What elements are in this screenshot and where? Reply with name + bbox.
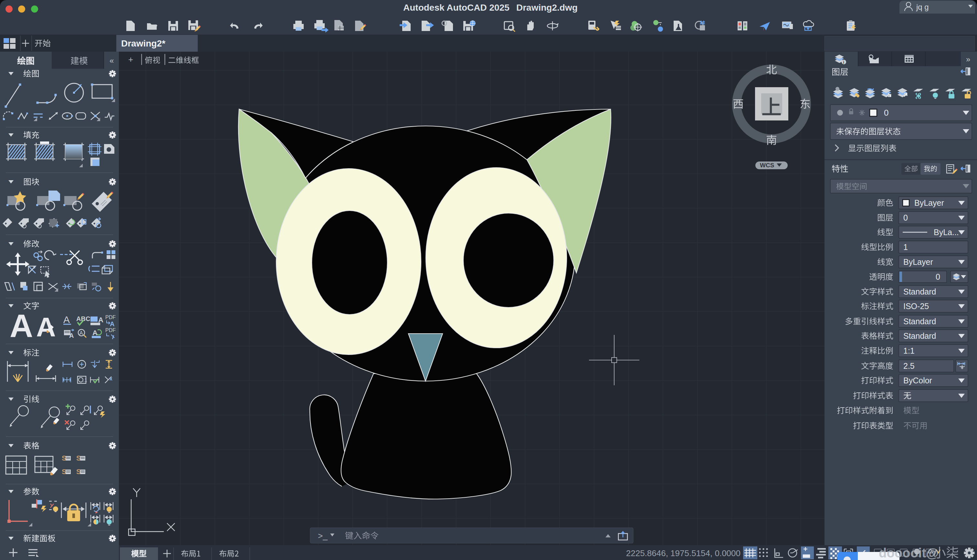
svg-text:.1: .1 <box>83 377 87 383</box>
svg-text:WCS: WCS <box>760 162 774 168</box>
svg-text:ByColor: ByColor <box>903 376 932 385</box>
svg-text:0: 0 <box>935 272 940 281</box>
svg-text:PDF: PDF <box>105 315 116 320</box>
svg-text:PDF: PDF <box>105 327 116 333</box>
svg-text:>_: >_ <box>318 531 328 541</box>
svg-text:A: A <box>10 308 33 344</box>
svg-text:1: 1 <box>903 243 908 252</box>
svg-text:Standard: Standard <box>903 332 936 340</box>
svg-text:x: x <box>110 376 112 382</box>
svg-text:Standard: Standard <box>903 317 936 326</box>
svg-text:A: A <box>69 332 74 339</box>
svg-text:»: » <box>966 55 970 63</box>
svg-text:dooooit@: dooooit@ <box>879 546 939 560</box>
svg-text:«: « <box>110 56 114 65</box>
svg-text:i: i <box>843 60 844 65</box>
svg-text:0: 0 <box>903 213 908 222</box>
svg-text:2225.8646, 1975.5154, 0.0000: 2225.8646, 1975.5154, 0.0000 <box>626 548 740 558</box>
svg-text:Drawing2.dwg: Drawing2.dwg <box>516 3 578 13</box>
svg-text:0: 0 <box>884 108 889 118</box>
svg-text:A: A <box>92 329 98 337</box>
svg-text:+: + <box>128 55 133 64</box>
svg-text:ByLayer: ByLayer <box>914 198 944 207</box>
svg-text:jq g: jq g <box>916 3 929 11</box>
svg-text:ByLayer: ByLayer <box>903 257 933 267</box>
svg-text:1:1: 1:1 <box>903 346 915 355</box>
svg-text:ISO-25: ISO-25 <box>903 302 929 311</box>
svg-text:Drawing2*: Drawing2* <box>121 38 165 48</box>
svg-text:A: A <box>80 330 83 336</box>
svg-text:ByLa...: ByLa... <box>934 228 959 237</box>
svg-text:Autodesk AutoCAD 2025: Autodesk AutoCAD 2025 <box>403 3 510 13</box>
svg-text:Standard: Standard <box>903 287 936 296</box>
svg-text:A: A <box>110 320 114 327</box>
svg-text:2.5: 2.5 <box>903 362 915 370</box>
svg-text:A: A <box>63 314 70 325</box>
